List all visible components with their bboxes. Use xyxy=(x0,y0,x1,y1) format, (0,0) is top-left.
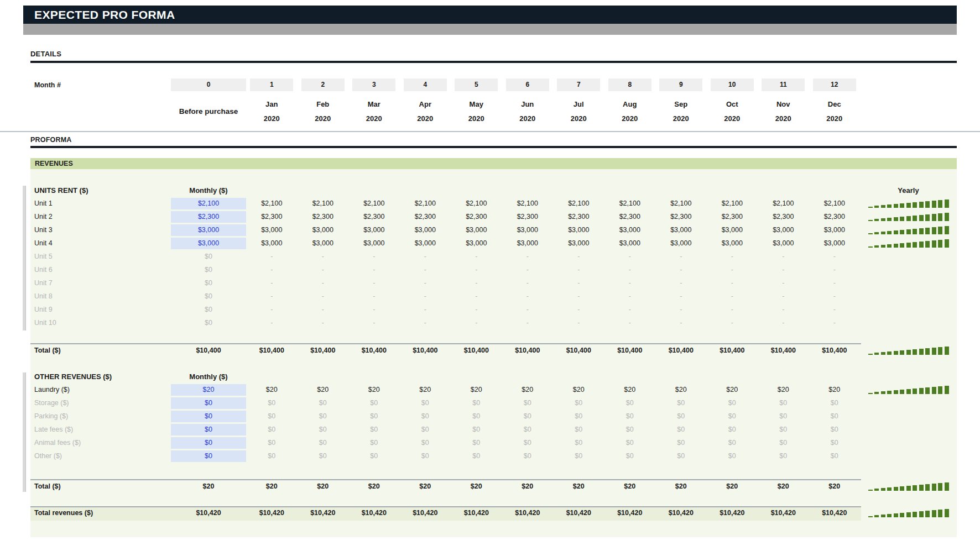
month-name-cell: Jan2020 xyxy=(246,97,298,126)
monthly-cell: $0 xyxy=(171,266,246,274)
month-value-cell: $0 xyxy=(400,426,451,433)
total-month-value: $10,420 xyxy=(553,509,604,517)
section-header-row: UNITS RENT ($)Monthly ($)Yearly xyxy=(30,183,957,197)
sparkline-bar xyxy=(874,353,879,354)
monthly-input-cell[interactable]: $0 xyxy=(171,450,246,462)
monthly-input-cell[interactable]: $2,300 xyxy=(171,211,246,223)
month-value-cell: - xyxy=(348,279,400,287)
monthly-input-cell[interactable]: $2,100 xyxy=(171,198,246,209)
sparkline-bar xyxy=(945,213,949,221)
month-value-cell: - xyxy=(502,266,554,274)
month-value-cell: - xyxy=(758,292,809,300)
details-label: DETAILS xyxy=(30,50,61,61)
month-value-cell: - xyxy=(298,292,349,300)
month-value-cell: - xyxy=(348,253,400,260)
month-value-cell: $0 xyxy=(809,399,861,407)
month-name-cell: Aug2020 xyxy=(604,97,656,126)
total-month-value: $10,400 xyxy=(809,347,861,354)
month-value-cell: $0 xyxy=(758,452,809,460)
monthly-input-cell[interactable]: $20 xyxy=(171,384,246,396)
total-month-value: $20 xyxy=(604,482,656,490)
sparkline-bar xyxy=(887,514,892,517)
month-value-cell: - xyxy=(655,266,707,274)
revenues-panel: UNITS RENT ($)Monthly ($)YearlyUnit 1$2,… xyxy=(30,169,957,537)
month-value-cell: $0 xyxy=(298,412,349,420)
month-value-cell: - xyxy=(604,319,656,327)
sparkline-bar xyxy=(887,204,892,207)
monthly-input-cell[interactable]: $3,000 xyxy=(171,224,246,236)
row-label: Unit 9 xyxy=(30,306,171,313)
month-value-cell: - xyxy=(758,279,809,287)
month-value-cell: - xyxy=(502,279,554,287)
monthly-input-cell[interactable]: $0 xyxy=(171,424,246,435)
sparkline-bar xyxy=(894,390,898,393)
sparkline-bar xyxy=(906,486,911,491)
freeze-pane-divider xyxy=(0,131,980,132)
month-value-cell: - xyxy=(604,253,656,260)
month-value-cell: $0 xyxy=(246,452,298,460)
month-number-cell: 6 xyxy=(502,78,554,91)
month-value-cell: $0 xyxy=(809,412,861,420)
month-year: 2020 xyxy=(809,112,861,126)
sparkline-bar xyxy=(925,348,930,355)
monthly-input-cell[interactable]: $3,000 xyxy=(171,238,246,249)
sparkline-bar xyxy=(874,206,879,207)
month-value-cell: $3,000 xyxy=(451,226,502,234)
monthly-input-cell[interactable]: $0 xyxy=(171,437,246,449)
month-value-cell: $2,100 xyxy=(502,200,554,207)
monthly-input-cell[interactable]: $0 xyxy=(171,411,246,422)
month-value-cell: $20 xyxy=(298,386,349,393)
monthly-input-cell[interactable]: $0 xyxy=(171,397,246,409)
month-name: Mar xyxy=(348,97,400,112)
month-value-cell: $3,000 xyxy=(502,226,554,234)
month-value-cell: $2,100 xyxy=(809,200,861,207)
sparkline-bar xyxy=(900,230,904,234)
month-name: Apr xyxy=(400,97,451,112)
monthly-cell: $0 xyxy=(171,279,246,287)
sparkline-bar xyxy=(881,352,885,354)
row-label: Unit 8 xyxy=(30,292,171,300)
month-value-cell: $2,300 xyxy=(348,213,400,221)
total-month-value: $20 xyxy=(451,482,502,490)
monthly-cell: $2,300 xyxy=(171,211,246,223)
monthly-cell: $0 xyxy=(171,424,246,435)
sparkline-bar xyxy=(913,229,917,234)
month-number-cell: 4 xyxy=(400,78,451,91)
month-value-cell: $0 xyxy=(758,426,809,433)
month-value-cell: $20 xyxy=(707,386,758,393)
sparkline-bar xyxy=(881,245,885,247)
month-name-cell: Oct2020 xyxy=(707,97,758,126)
month-year: 2020 xyxy=(298,112,349,126)
section-header-row: OTHER REVENUES ($)Monthly ($) xyxy=(30,370,957,383)
month-value-cell: - xyxy=(246,292,298,300)
sparkline-bar xyxy=(932,214,936,221)
month-value-cell: - xyxy=(502,306,554,313)
month-value-cell: $0 xyxy=(246,412,298,420)
month-value-cell: - xyxy=(809,266,861,274)
month-value-cell: - xyxy=(758,319,809,327)
total-month-value: $10,400 xyxy=(655,347,707,354)
sparkline-bar xyxy=(881,205,885,207)
month-value-cell: $0 xyxy=(655,452,707,460)
section-heading: OTHER REVENUES ($) xyxy=(30,372,171,381)
month-number-cell: 8 xyxy=(604,78,656,91)
month-value-cell: $0 xyxy=(553,452,604,460)
month-value-cell: - xyxy=(655,279,707,287)
month-value-cell: $2,100 xyxy=(707,200,758,207)
month-value-cell: $0 xyxy=(655,426,707,433)
month-name: Dec xyxy=(809,97,861,112)
month-number-box: 0 xyxy=(171,78,246,91)
sparkline-bar xyxy=(913,202,917,208)
month-value-cell: - xyxy=(553,266,604,274)
month-value-cell: $0 xyxy=(348,412,400,420)
sparkline-bar xyxy=(900,486,904,490)
sparkline-bar xyxy=(913,389,917,394)
sparkline-bar xyxy=(874,489,879,490)
month-value-cell: - xyxy=(758,253,809,260)
month-number-box: 7 xyxy=(557,78,600,91)
month-value-cell: $2,300 xyxy=(655,213,707,221)
sparkline-bar xyxy=(906,389,911,394)
month-value-cell: $3,000 xyxy=(298,239,349,247)
monthly-cell: $0 xyxy=(171,253,246,260)
month-value-cell: $3,000 xyxy=(553,226,604,234)
